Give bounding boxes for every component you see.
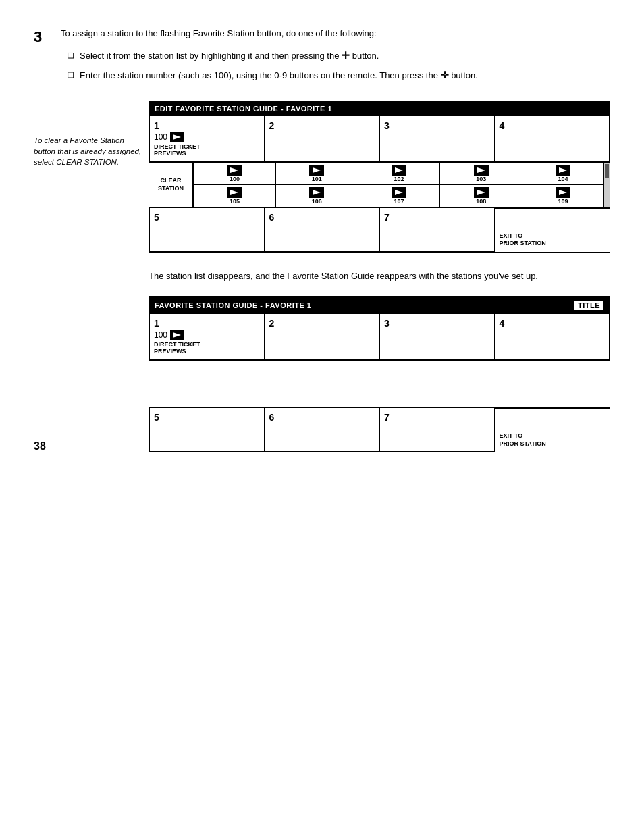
step-main-text: To assign a station to the flashing Favo… — [61, 27, 610, 41]
guide1-exit-label: EXIT TOPRIOR STATION — [500, 232, 546, 248]
guide2-cell-2[interactable]: 2 — [265, 313, 380, 361]
bullet-text-1: Select it from the station list by highl… — [80, 49, 379, 63]
guide1-top-grid: 1 100 DIRECT TICKETPREVIEWS 2 — [149, 115, 610, 163]
ch-108[interactable]: 108 — [439, 185, 522, 207]
bullet-text-2: Enter the station number (such as 100), … — [80, 68, 478, 82]
g2-channel-info-1: 100 — [154, 330, 260, 340]
guide2-cell-3[interactable]: 3 — [379, 313, 495, 361]
page-number: 38 — [34, 440, 46, 452]
g2-cell-number-7: 7 — [384, 412, 490, 423]
guide2-cell-7[interactable]: 7 — [379, 408, 495, 452]
ch-105[interactable]: 105 — [193, 185, 275, 207]
channel-num-1: 100 — [154, 132, 167, 142]
g2-cell-number-6: 6 — [269, 412, 375, 423]
g2-cell-number-1: 1 — [154, 318, 260, 329]
guide1-box: EDIT FAVORITE STATION GUIDE - FAVORITE 1… — [149, 101, 610, 253]
guide2-cell-6[interactable]: 6 — [265, 408, 380, 452]
step-number: 3 — [34, 27, 61, 46]
guide2-bottom-grid: 5 6 7 EXIT TOPRIOR STATION — [149, 407, 610, 452]
ch-103-label: 103 — [476, 176, 486, 182]
ch-100[interactable]: 100 — [193, 163, 275, 184]
ch-100-label: 100 — [230, 176, 240, 182]
guide1-cell-4[interactable]: 4 — [495, 115, 610, 163]
guide2-empty-area — [149, 360, 610, 407]
g2-cell-number-3: 3 — [384, 318, 490, 329]
ch-106[interactable]: 106 — [275, 185, 358, 207]
guide1-header: EDIT FAVORITE STATION GUIDE - FAVORITE 1 — [149, 102, 610, 115]
cell-number-4: 4 — [500, 120, 606, 131]
guide2-cell-1[interactable]: 1 100 DIRECT TICKETPREVIEWS — [149, 313, 265, 361]
sidebar-note: To clear a Favorite Station button that … — [34, 101, 149, 167]
guide2-header-text: FAVORITE STATION GUIDE - FAVORITE 1 — [155, 301, 311, 309]
clear-station-label: CLEARSTATION — [158, 177, 184, 192]
g2-directv-icon-1 — [170, 330, 184, 340]
g2-cell-number-4: 4 — [500, 318, 606, 329]
ch-106-label: 106 — [312, 198, 322, 205]
description-section: The station list disappears, and the Fav… — [149, 269, 610, 452]
cell-number-2: 2 — [269, 120, 375, 131]
scrollbar[interactable] — [604, 163, 610, 207]
ch-102[interactable]: 102 — [358, 163, 440, 184]
ch-101[interactable]: 101 — [275, 163, 358, 184]
guide1-exit-cell[interactable]: EXIT TOPRIOR STATION — [495, 208, 610, 252]
guide1-cell-3[interactable]: 3 — [379, 115, 495, 163]
cell-number-1: 1 — [154, 120, 260, 131]
bullet-item-1: Select it from the station list by highl… — [68, 49, 610, 63]
ch-101-label: 101 — [312, 176, 322, 182]
guide2-top-grid: 1 100 DIRECT TICKETPREVIEWS 2 — [149, 313, 610, 361]
channel-info-1: 100 — [154, 132, 260, 142]
channel-label-1: DIRECT TICKETPREVIEWS — [154, 143, 260, 158]
g2-cell-number-2: 2 — [269, 318, 375, 329]
g2-cell-number-5: 5 — [154, 412, 260, 423]
guide2-exit-label: EXIT TOPRIOR STATION — [500, 432, 546, 448]
guide1-bottom-grid: 5 6 7 EXIT TOPRIOR STATION — [149, 207, 610, 252]
title-badge[interactable]: TITLE — [574, 300, 604, 311]
guide2-exit-cell[interactable]: EXIT TOPRIOR STATION — [495, 408, 610, 452]
guide2-box: FAVORITE STATION GUIDE - FAVORITE 1 TITL… — [149, 296, 610, 453]
ch-107-label: 107 — [394, 198, 404, 205]
guide1-cell-6[interactable]: 6 — [265, 208, 380, 252]
directv-icon-1 — [170, 132, 184, 142]
cell-number-5: 5 — [154, 212, 260, 223]
cell-number-6: 6 — [269, 212, 375, 223]
guide1-cell-1[interactable]: 1 100 DIRECT TICKETPREVIEWS — [149, 115, 265, 163]
cell-number-3: 3 — [384, 120, 490, 131]
ch-108-label: 108 — [476, 198, 486, 205]
bullet-item-2: Enter the station number (such as 100), … — [68, 68, 610, 82]
guide2-cell-4[interactable]: 4 — [495, 313, 610, 361]
guide1-cell-2[interactable]: 2 — [265, 115, 380, 163]
guide1-cell-5[interactable]: 5 — [149, 208, 265, 252]
ch-103[interactable]: 103 — [439, 163, 522, 184]
ch-105-label: 105 — [230, 198, 240, 205]
ch-104-label: 104 — [558, 176, 568, 182]
ch-109[interactable]: 109 — [522, 185, 604, 207]
station-channels: 100 101 102 103 — [193, 163, 604, 207]
description-text: The station list disappears, and the Fav… — [149, 269, 610, 283]
ch-102-label: 102 — [394, 176, 404, 182]
clear-station-cell[interactable]: CLEARSTATION — [149, 163, 193, 207]
ch-107[interactable]: 107 — [358, 185, 440, 207]
scrollbar-thumb — [605, 164, 609, 178]
ch-104[interactable]: 104 — [522, 163, 604, 184]
ch-109-label: 109 — [558, 198, 568, 205]
station-list-area: CLEARSTATION 100 101 — [149, 162, 610, 207]
guide2-cell-5[interactable]: 5 — [149, 408, 265, 452]
station-row2: 105 106 107 108 — [193, 185, 604, 207]
station-row1: 100 101 102 103 — [193, 163, 604, 185]
cell-number-7: 7 — [384, 212, 490, 223]
guide1-cell-7[interactable]: 7 — [379, 208, 495, 252]
g2-channel-num-1: 100 — [154, 330, 167, 340]
guide2-header: FAVORITE STATION GUIDE - FAVORITE 1 TITL… — [149, 297, 610, 313]
g2-channel-label-1: DIRECT TICKETPREVIEWS — [154, 341, 260, 356]
